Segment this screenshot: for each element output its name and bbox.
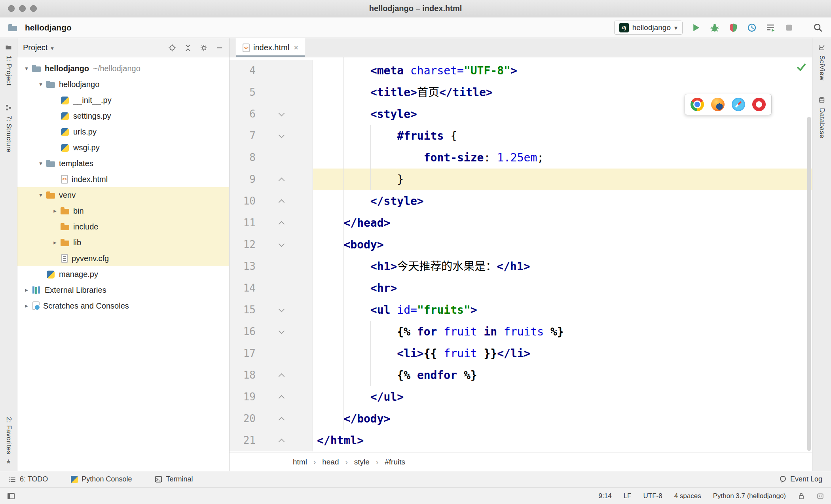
tree-item-manage.py[interactable]: manage.py: [17, 266, 229, 282]
editor-line-17[interactable]: 17 <li>{{ fruit }}</li>: [230, 343, 812, 364]
lock-icon[interactable]: [798, 493, 805, 500]
tree-item-bin[interactable]: ▸bin: [17, 203, 229, 219]
stop-button[interactable]: [784, 22, 794, 33]
editor-line-4[interactable]: 4 <meta charset="UTF-8">: [230, 60, 812, 81]
toolwindow-todo-button[interactable]: 6: TODO: [9, 475, 48, 483]
tree-item-venv[interactable]: ▾venv: [17, 187, 229, 203]
editor-line-11[interactable]: 11 </head>: [230, 212, 812, 234]
editor-scrollbar[interactable]: [807, 117, 811, 451]
chrome-icon[interactable]: [691, 98, 704, 111]
profiler-button[interactable]: [746, 22, 757, 33]
project-panel-title[interactable]: Project: [23, 43, 47, 52]
editor-line-10[interactable]: 10 </style>: [230, 190, 812, 212]
editor-line-15[interactable]: 15 <ul id="fruits">: [230, 299, 812, 321]
tree-item-wsgi.py[interactable]: wsgi.py: [17, 140, 229, 155]
indicator-icon[interactable]: [817, 493, 824, 500]
safari-icon[interactable]: [732, 98, 745, 111]
gear-icon[interactable]: [200, 44, 208, 52]
status-item[interactable]: Python 3.7 (hellodjango): [713, 492, 786, 500]
navigation-breadcrumb[interactable]: hellodjango: [8, 23, 72, 32]
editor-line-16[interactable]: 16 {% for fruit in fruits %}: [230, 321, 812, 343]
tree-item-templates[interactable]: ▾templates: [17, 155, 229, 171]
editor-line-19[interactable]: 19 </ul>: [230, 386, 812, 408]
chevron-right-icon[interactable]: ▸: [21, 302, 32, 309]
tree-item-hellodjango[interactable]: ▾hellodjango~/hellodjango: [17, 61, 229, 76]
chevron-down-icon[interactable]: ▾: [36, 81, 46, 88]
fold-down-icon[interactable]: [279, 306, 285, 312]
tree-item-index.html[interactable]: index.html: [17, 171, 229, 187]
status-item[interactable]: UTF-8: [643, 492, 662, 500]
minimize-window-button[interactable]: [19, 5, 26, 12]
fold-down-icon[interactable]: [279, 132, 285, 138]
toolwindow-structure-button[interactable]: 7: Structure: [5, 104, 13, 153]
editor-line-7[interactable]: 7 #fruits {: [230, 125, 812, 147]
status-item[interactable]: 4 spaces: [674, 492, 701, 500]
breadcrumb-item-head[interactable]: head: [322, 458, 339, 466]
run-configurations-list-button[interactable]: [765, 22, 776, 33]
close-tab-icon[interactable]: [294, 43, 298, 52]
tree-item-lib[interactable]: ▸lib: [17, 235, 229, 250]
tree-item-__init__.py[interactable]: __init__.py: [17, 92, 229, 108]
editor-line-21[interactable]: 21</html>: [230, 430, 812, 451]
fold-up-icon[interactable]: [279, 221, 285, 227]
search-everywhere-icon[interactable]: [812, 22, 823, 33]
chevron-down-icon[interactable]: ▾: [36, 191, 46, 199]
editor-line-20[interactable]: 20 </body>: [230, 408, 812, 430]
hide-panel-icon[interactable]: [216, 44, 224, 52]
status-item[interactable]: LF: [624, 492, 632, 500]
fold-up-icon[interactable]: [279, 373, 285, 379]
fold-up-icon[interactable]: [279, 395, 285, 401]
tree-item-settings.py[interactable]: settings.py: [17, 108, 229, 124]
toolwindow-favorites-button[interactable]: 2: Favorites ★: [5, 417, 13, 465]
chevron-right-icon[interactable]: ▸: [21, 286, 32, 294]
editor-line-8[interactable]: 8 font-size: 1.25em;: [230, 147, 812, 169]
fold-up-icon[interactable]: [279, 199, 285, 205]
run-with-coverage-button[interactable]: [728, 22, 738, 33]
toolwindow-sciview-button[interactable]: SciView: [818, 44, 826, 81]
event-log-button[interactable]: Event Log: [779, 475, 822, 483]
close-window-button[interactable]: [8, 5, 15, 12]
toolwindow-toggle-icon[interactable]: [7, 492, 15, 500]
collapse-all-icon[interactable]: [184, 44, 192, 52]
opera-icon[interactable]: [752, 98, 766, 111]
tab-index-html[interactable]: index.html: [236, 38, 305, 57]
fold-down-icon[interactable]: [279, 328, 285, 334]
locate-file-icon[interactable]: [168, 44, 176, 52]
chevron-down-icon[interactable]: ▾: [21, 65, 32, 72]
status-item[interactable]: 9:14: [599, 492, 612, 500]
tree-item-External-Libraries[interactable]: ▸External Libraries: [17, 282, 229, 298]
editor-line-9[interactable]: 9 }: [230, 169, 812, 190]
zoom-window-button[interactable]: [30, 5, 37, 12]
editor-line-14[interactable]: 14 <hr>: [230, 277, 812, 299]
run-button[interactable]: [691, 22, 701, 33]
run-configuration-select[interactable]: dj hellodjango: [614, 21, 683, 35]
editor-line-13[interactable]: 13 <h1>今天推荐的水果是：</h1>: [230, 256, 812, 277]
inspections-ok-icon[interactable]: [796, 62, 806, 72]
fold-down-icon[interactable]: [279, 110, 285, 116]
firefox-icon[interactable]: [711, 98, 725, 111]
tree-item-hellodjango[interactable]: ▾hellodjango: [17, 76, 229, 92]
chevron-right-icon[interactable]: ▸: [50, 207, 60, 214]
editor-line-18[interactable]: 18 {% endfor %}: [230, 364, 812, 386]
fold-up-icon[interactable]: [279, 177, 285, 184]
breadcrumb-item-html[interactable]: html: [293, 458, 307, 466]
debug-button[interactable]: [709, 22, 720, 33]
breadcrumb-item-fruits[interactable]: #fruits: [385, 458, 405, 466]
fold-down-icon[interactable]: [279, 241, 285, 247]
toolwindow-project-button[interactable]: 1: Project: [5, 44, 13, 86]
breadcrumb-item-style[interactable]: style: [354, 458, 370, 466]
editor-line-12[interactable]: 12 <body>: [230, 234, 812, 256]
tree-item-urls.py[interactable]: urls.py: [17, 124, 229, 140]
tree-item-include[interactable]: include: [17, 219, 229, 235]
tree-item-Scratches-and-Consoles[interactable]: ▸Scratches and Consoles: [17, 298, 229, 314]
chevron-down-icon[interactable]: [51, 43, 54, 52]
toolwindow-python-console-button[interactable]: Python Console: [71, 475, 132, 483]
fold-up-icon[interactable]: [279, 417, 285, 423]
toolwindow-database-button[interactable]: Database: [818, 97, 826, 138]
chevron-down-icon[interactable]: ▾: [36, 160, 46, 167]
tree-item-pyvenv.cfg[interactable]: pyvenv.cfg: [17, 250, 229, 266]
chevron-right-icon[interactable]: ▸: [50, 239, 60, 246]
fold-up-icon[interactable]: [279, 438, 285, 445]
editor-viewport[interactable]: 4 <meta charset="UTF-8">5 <title>首页</tit…: [230, 57, 812, 453]
toolwindow-terminal-button[interactable]: Terminal: [155, 475, 193, 483]
